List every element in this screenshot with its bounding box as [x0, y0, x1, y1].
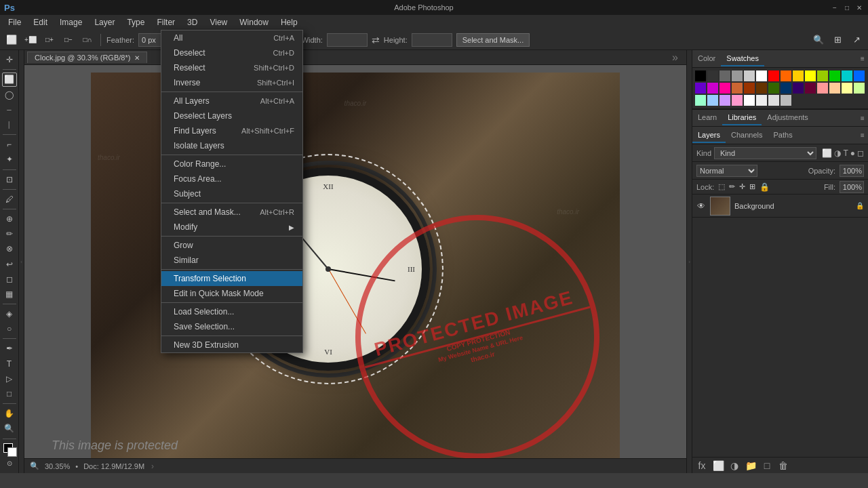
menu-isolate-layers[interactable]: Isolate Layers [161, 138, 302, 153]
menu-subject-label: Subject [174, 189, 201, 199]
menu-new-3d-label: New 3D Extrusion [174, 340, 239, 350]
menu-all-layers-label: All Layers [174, 96, 210, 106]
menu-sep-5 [161, 269, 302, 270]
menu-focus-area-label: Focus Area... [174, 174, 222, 184]
menu-quick-mask-label: Edit in Quick Mask Mode [174, 289, 264, 298]
menu-select-and-mask[interactable]: Select and Mask...Alt+Ctrl+R [161, 205, 302, 220]
menu-find-layers[interactable]: Find LayersAlt+Shift+Ctrl+F [161, 123, 302, 138]
menu-reselect-label: Reselect [174, 63, 205, 73]
menu-overlay[interactable]: AllCtrl+A DeselectCtrl+D ReselectShift+C… [0, 0, 868, 488]
menu-deselect-layers-label: Deselect Layers [174, 111, 232, 121]
menu-all-layers[interactable]: All LayersAlt+Ctrl+A [161, 94, 302, 108]
shortcut-reselect: Shift+Ctrl+D [254, 64, 294, 72]
menu-similar-label: Similar [174, 256, 199, 265]
menu-find-layers-label: Find Layers [174, 126, 216, 136]
menu-new-3d[interactable]: New 3D Extrusion [161, 338, 302, 352]
shortcut-all: Ctrl+A [273, 34, 294, 42]
menu-inverse[interactable]: InverseShift+Ctrl+I [161, 75, 302, 90]
submenu-arrow-icon: ▶ [289, 224, 294, 231]
menu-deselect-layers[interactable]: Deselect Layers [161, 108, 302, 123]
menu-all-label: All [174, 33, 182, 43]
menu-all[interactable]: AllCtrl+A [161, 30, 302, 45]
shortcut-find-layers: Alt+Shift+Ctrl+F [241, 127, 294, 135]
menu-color-range-label: Color Range... [174, 159, 226, 169]
select-dropdown-menu: AllCtrl+A DeselectCtrl+D ReselectShift+C… [161, 30, 303, 353]
shortcut-all-layers: Alt+Ctrl+A [260, 97, 294, 105]
menu-modify[interactable]: Modify▶ [161, 220, 302, 235]
menu-transform-label: Transform Selection [174, 274, 246, 283]
menu-load-sel-label: Load Selection... [174, 307, 234, 317]
menu-color-range[interactable]: Color Range... [161, 157, 302, 171]
menu-modify-label: Modify [174, 222, 197, 232]
menu-save-selection[interactable]: Save Selection... [161, 319, 302, 334]
menu-sep-2 [161, 155, 302, 155]
menu-sep-7 [161, 336, 302, 336]
menu-inverse-label: Inverse [174, 78, 200, 87]
menu-deselect-label: Deselect [174, 48, 205, 58]
menu-select-mask-label: Select and Mask... [174, 207, 241, 217]
menu-focus-area[interactable]: Focus Area... [161, 171, 302, 186]
menu-isolate-layers-label: Isolate Layers [174, 141, 224, 150]
menu-save-sel-label: Save Selection... [174, 322, 235, 331]
shortcut-inverse: Shift+Ctrl+I [257, 79, 294, 87]
menu-sep-4 [161, 236, 302, 237]
shortcut-select-mask: Alt+Ctrl+R [260, 208, 294, 216]
menu-sep-6 [161, 302, 302, 303]
menu-quick-mask[interactable]: Edit in Quick Mask Mode [161, 286, 302, 301]
menu-grow-label: Grow [174, 241, 193, 250]
menu-sep-1 [161, 92, 302, 92]
menu-load-selection[interactable]: Load Selection... [161, 304, 302, 319]
menu-reselect[interactable]: ReselectShift+Ctrl+D [161, 60, 302, 75]
menu-similar[interactable]: Similar [161, 253, 302, 268]
menu-grow[interactable]: Grow [161, 238, 302, 253]
shortcut-deselect: Ctrl+D [273, 49, 294, 57]
menu-transform-selection[interactable]: Transform Selection [161, 271, 302, 286]
menu-sep-3 [161, 203, 302, 203]
menu-deselect[interactable]: DeselectCtrl+D [161, 45, 302, 60]
menu-subject[interactable]: Subject [161, 186, 302, 201]
